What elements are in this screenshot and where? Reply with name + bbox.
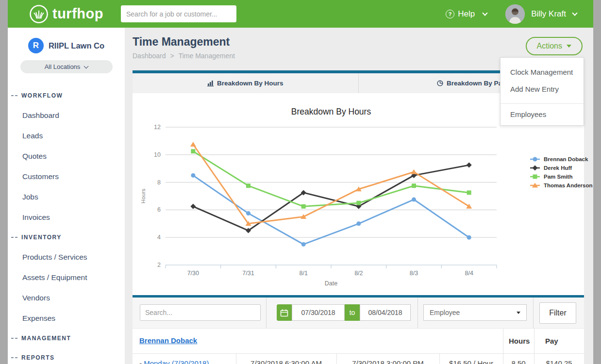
- employee-select[interactable]: Employee: [423, 304, 527, 321]
- clock-in-cell: 7/30/2018 6:30:00 AM: [236, 359, 336, 364]
- svg-text:10: 10: [154, 151, 161, 158]
- row-prefix: -: [139, 359, 142, 364]
- grass-logo-icon: [29, 4, 49, 24]
- nav-section-label: MANAGEMENT: [21, 335, 71, 342]
- section-dash-icon: [11, 357, 17, 358]
- locations-label: All Locations: [45, 63, 81, 70]
- table-group-header-row: Brennan Doback Hours Pay: [133, 329, 584, 354]
- day-cell: - Monday (7/30/2018): [139, 359, 209, 364]
- breadcrumb-dashboard[interactable]: Dashboard: [133, 52, 166, 60]
- page-title: Time Management: [133, 35, 584, 49]
- filter-button[interactable]: Filter: [539, 302, 576, 324]
- sidebar-item-invoices[interactable]: Invoices: [8, 207, 125, 228]
- svg-text:8/3: 8/3: [410, 270, 418, 277]
- actions-button[interactable]: Actions: [526, 37, 583, 55]
- company-name: RIIPL Lawn Co: [49, 41, 104, 50]
- actions-dropdown-menu: Clock Management Add New Entry Employees: [500, 57, 584, 126]
- legend-item: Brennan Doback: [530, 156, 593, 162]
- svg-text:7/31: 7/31: [242, 270, 254, 277]
- chart-legend: Brennan DobackDerek HuffPam SmithThomas …: [530, 156, 593, 188]
- date-from-input[interactable]: [292, 304, 345, 321]
- caret-down-icon: [567, 45, 571, 48]
- pie-chart-icon: [437, 80, 443, 86]
- tab-breakdown-by-hours[interactable]: Breakdown By Hours: [133, 73, 358, 93]
- sidebar-item-vendors[interactable]: Vendors: [8, 288, 125, 308]
- brand-name: turfhop: [52, 6, 103, 22]
- hours-cell: 8.50: [503, 359, 534, 364]
- user-chevron-down-icon[interactable]: [572, 10, 577, 16]
- sidebar-item-leads[interactable]: Leads: [8, 126, 125, 146]
- date-to-input[interactable]: [360, 304, 411, 321]
- select-caret-icon: [517, 312, 520, 314]
- calendar-icon: [280, 309, 288, 317]
- employee-select-value: Employee: [430, 309, 460, 316]
- sidebar: R RIIPL Lawn Co All Locations WORKFLOW D…: [8, 28, 125, 364]
- legend-item: Thomas Anderson: [530, 182, 593, 188]
- nav-section-reports[interactable]: REPORTS: [8, 348, 125, 364]
- help-label: Help: [458, 9, 475, 19]
- company-logo: R: [28, 38, 44, 53]
- user-name[interactable]: Billy Kraft: [531, 9, 566, 19]
- calendar-button[interactable]: [277, 304, 292, 321]
- top-bar-right: ? Help Billy Kraft: [446, 4, 577, 24]
- table-search-input[interactable]: [140, 304, 261, 321]
- svg-text:Hours: Hours: [140, 188, 146, 203]
- day-link[interactable]: Monday (7/30/2018): [144, 359, 209, 364]
- pay-cell: $140.25: [534, 359, 584, 364]
- svg-text:Date: Date: [325, 280, 337, 287]
- filter-toolbar: to Employee Filter: [133, 298, 584, 328]
- bar-chart-icon: [207, 80, 214, 86]
- svg-text:Breakdown By Hours: Breakdown By Hours: [291, 107, 371, 116]
- sidebar-item-expenses[interactable]: Expenses: [8, 308, 125, 329]
- desktop-edge-right: [593, 0, 601, 364]
- tab-label: Breakdown By Pay: [447, 80, 506, 87]
- desktop-edge-left: [0, 0, 8, 364]
- employee-group-link[interactable]: Brennan Doback: [139, 336, 197, 345]
- app-window: turfhop ? Help Billy Kraft: [8, 0, 593, 364]
- top-bar: turfhop ? Help Billy Kraft: [8, 0, 593, 28]
- menu-item-clock-management[interactable]: Clock Management: [501, 64, 584, 81]
- breadcrumb-current: Time Management: [179, 52, 235, 60]
- sidebar-item-quotes[interactable]: Quotes: [8, 146, 125, 166]
- locations-dropdown[interactable]: All Locations: [20, 60, 113, 73]
- main-content: Time Management Dashboard > Time Managem…: [125, 28, 593, 364]
- column-divider: [534, 329, 534, 353]
- svg-text:7/30: 7/30: [187, 270, 199, 277]
- svg-text:12: 12: [154, 124, 161, 131]
- company-selector[interactable]: R RIIPL Lawn Co: [8, 28, 125, 53]
- sidebar-item-products-services[interactable]: Products / Services: [8, 247, 125, 267]
- section-dash-icon: [11, 338, 17, 339]
- chevron-down-icon: [84, 64, 89, 68]
- table-row: - Monday (7/30/2018) 7/30/2018 6:30:00 A…: [133, 354, 584, 364]
- help-menu[interactable]: ? Help: [446, 9, 487, 19]
- legend-item: Pam Smith: [530, 174, 593, 180]
- rate-cell: $16.50 / Hour: [439, 359, 503, 364]
- pay-column-header: Pay: [545, 337, 558, 345]
- sidebar-item-jobs[interactable]: Jobs: [8, 187, 125, 207]
- nav-section-label: INVENTORY: [21, 234, 62, 241]
- svg-text:6: 6: [157, 206, 161, 213]
- sidebar-item-customers[interactable]: Customers: [8, 166, 125, 187]
- svg-text:8/2: 8/2: [354, 270, 363, 277]
- actions-button-label: Actions: [537, 42, 562, 50]
- nav-section-label: REPORTS: [21, 354, 55, 361]
- sidebar-item-dashboard[interactable]: Dashboard: [8, 105, 125, 126]
- sidebar-item-assets-equipment[interactable]: Assets / Equipment: [8, 267, 125, 288]
- brand-logo[interactable]: turfhop: [29, 4, 103, 24]
- user-avatar[interactable]: [505, 4, 525, 24]
- breadcrumb-separator: >: [170, 52, 174, 60]
- help-icon: ?: [446, 10, 454, 18]
- toolbar-divider: [266, 298, 267, 328]
- menu-item-add-new-entry[interactable]: Add New Entry: [501, 81, 584, 98]
- svg-text:4: 4: [157, 234, 161, 241]
- nav-section-management[interactable]: MANAGEMENT: [8, 329, 125, 348]
- sidebar-nav: WORKFLOW Dashboard Leads Quotes Customer…: [8, 86, 125, 364]
- nav-section-inventory[interactable]: INVENTORY: [8, 228, 125, 247]
- time-entries-table: Brennan Doback Hours Pay - Monday (7/30/…: [133, 328, 584, 364]
- section-dash-icon: [11, 237, 17, 238]
- legend-item: Derek Huff: [530, 165, 593, 171]
- nav-section-workflow[interactable]: WORKFLOW: [8, 86, 125, 105]
- toolbar-divider: [533, 298, 534, 328]
- menu-item-employees[interactable]: Employees: [501, 104, 584, 125]
- global-search-input[interactable]: [121, 5, 236, 22]
